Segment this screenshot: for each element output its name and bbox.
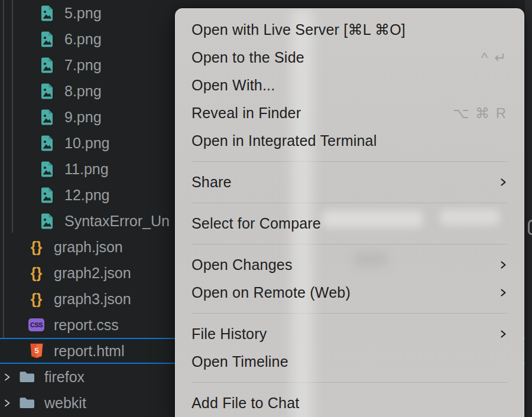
- menu-item-label: Open With...: [192, 77, 507, 94]
- menu-item-label: File History: [192, 325, 492, 343]
- editor-edge-strip: [525, 0, 532, 417]
- svg-text:5: 5: [34, 346, 39, 355]
- file-label: report.html: [54, 343, 124, 360]
- menu-item-label: Select for Compare: [192, 215, 507, 232]
- file-label: graph2.json: [54, 265, 131, 282]
- chevron-right-icon: [2, 372, 12, 383]
- file-label: 8.png: [64, 83, 102, 100]
- file-label: 5.png: [64, 5, 102, 22]
- menu-item-label: Add File to Chat: [192, 395, 507, 412]
- image-icon: [39, 161, 55, 177]
- file-label: 6.png: [64, 31, 102, 48]
- image-icon: [39, 31, 55, 47]
- menu-item-open-with[interactable]: Open With...: [176, 71, 524, 99]
- menu-item-open-to-the-side[interactable]: Open to the Side^ ↵: [176, 44, 524, 71]
- menu-separator: [192, 313, 507, 314]
- menu-item-label: Open on Remote (Web): [192, 284, 492, 301]
- menu-separator: [192, 161, 507, 162]
- menu-item-shortcut: ⌥ ⌘ R: [453, 105, 507, 122]
- image-icon: [39, 135, 55, 151]
- menu-item-file-history[interactable]: File History: [176, 320, 524, 348]
- json-icon: {}: [28, 292, 44, 307]
- html-icon: 5: [28, 343, 44, 359]
- json-icon: {}: [28, 266, 44, 281]
- file-label: graph3.json: [54, 291, 131, 308]
- image-icon: [39, 57, 55, 73]
- image-icon: [39, 109, 55, 125]
- file-label: 11.png: [64, 161, 109, 178]
- menu-item-shortcut: ^ ↵: [481, 50, 507, 66]
- menu-separator: [192, 244, 507, 245]
- file-label: firefox: [44, 369, 85, 386]
- menu-item-open-on-remote-web[interactable]: Open on Remote (Web): [176, 279, 524, 307]
- menu-item-label: Open in Integrated Terminal: [192, 132, 507, 149]
- submenu-chevron-icon: [499, 259, 507, 271]
- image-icon: [39, 83, 55, 99]
- menu-item-add-file-to-chat[interactable]: Add File to Chat: [176, 389, 524, 417]
- json-icon: {}: [28, 240, 44, 255]
- file-label: SyntaxError_Un: [64, 213, 170, 230]
- file-label: 12.png: [64, 187, 109, 204]
- menu-separator: [192, 382, 507, 383]
- chevron-right-icon: [2, 398, 12, 409]
- css-badge-glyph: CSS: [28, 318, 44, 331]
- menu-item-label: Share: [192, 174, 492, 191]
- menu-item-label: Reveal in Finder: [192, 105, 453, 122]
- menu-item-share[interactable]: Share: [176, 168, 524, 196]
- submenu-chevron-icon: [499, 287, 507, 298]
- image-icon: [39, 5, 55, 21]
- partial-editor-glyph: [528, 220, 532, 235]
- submenu-chevron-icon: [499, 328, 507, 340]
- context-menu: Open with Live Server [⌘L ⌘O]Open to the…: [175, 8, 524, 417]
- file-label: 10.png: [64, 135, 109, 152]
- menu-item-open-in-integrated-terminal[interactable]: Open in Integrated Terminal: [176, 127, 524, 155]
- menu-item-label: Open Changes: [192, 256, 492, 273]
- file-label: graph.json: [54, 239, 123, 256]
- image-icon: [39, 187, 55, 203]
- image-icon: [39, 213, 55, 229]
- css-icon: CSS: [28, 318, 44, 331]
- file-label: webkit: [44, 395, 86, 412]
- folder-icon: [19, 396, 35, 409]
- file-label: report.css: [54, 317, 119, 334]
- menu-item-open-timeline[interactable]: Open Timeline: [176, 348, 524, 376]
- menu-item-reveal-in-finder[interactable]: Reveal in Finder⌥ ⌘ R: [176, 99, 524, 127]
- submenu-chevron-icon: [499, 177, 507, 188]
- menu-item-open-with-live-server-l-o[interactable]: Open with Live Server [⌘L ⌘O]: [176, 16, 524, 44]
- menu-separator: [192, 203, 507, 203]
- braces-glyph: {}: [31, 292, 42, 307]
- menu-item-open-changes[interactable]: Open Changes: [176, 251, 524, 279]
- braces-glyph: {}: [31, 266, 42, 281]
- context-menu-items: Open with Live Server [⌘L ⌘O]Open to the…: [176, 16, 524, 417]
- menu-item-label: Open with Live Server [⌘L ⌘O]: [192, 21, 507, 38]
- menu-item-label: Open to the Side: [192, 49, 481, 66]
- file-label: 9.png: [64, 109, 102, 126]
- braces-glyph: {}: [31, 240, 42, 255]
- file-label: 7.png: [64, 57, 102, 74]
- menu-item-select-for-compare[interactable]: Select for Compare: [176, 210, 524, 237]
- menu-item-label: Open Timeline: [192, 353, 507, 370]
- folder-icon: [19, 370, 35, 383]
